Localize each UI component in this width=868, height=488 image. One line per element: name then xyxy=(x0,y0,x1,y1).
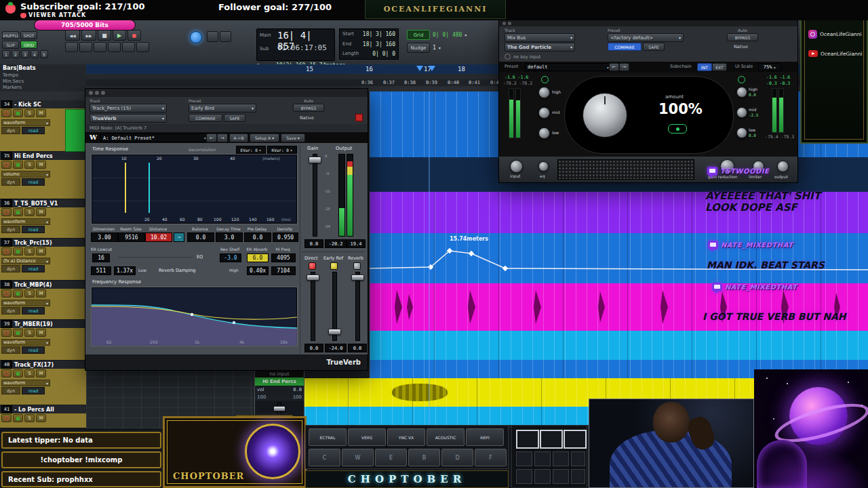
track-view-selector[interactable]: waveform▾ xyxy=(1,300,50,306)
dyn-button[interactable]: dyn xyxy=(1,387,20,394)
stop-button[interactable]: ■ xyxy=(98,30,111,41)
selection-readout[interactable]: Start 18| 3| 160 End 18| 3| 160 Length 0… xyxy=(339,28,399,60)
er-lowcut-value[interactable]: 16 xyxy=(92,253,110,262)
record-arm-button[interactable] xyxy=(1,109,12,117)
eq-knob[interactable] xyxy=(538,161,549,171)
play-button[interactable]: ▶ xyxy=(113,30,126,41)
mute-button[interactable]: M xyxy=(36,208,46,216)
sampler-pad-button[interactable]: REPI xyxy=(466,428,504,446)
trueverb-window[interactable]: Track Track_Percs (15)▾ TrueVerb▾ Preset… xyxy=(85,88,368,371)
mixer-vol-value[interactable]: 0.0 xyxy=(293,387,302,392)
drum-pad[interactable] xyxy=(540,430,563,449)
balance-value[interactable]: 0.0 xyxy=(187,232,214,242)
pencil-tool-button[interactable] xyxy=(136,42,149,52)
sampler-pad-button[interactable]: VERS xyxy=(348,428,386,446)
close-icon[interactable] xyxy=(502,22,506,25)
record-arm-button[interactable] xyxy=(1,369,12,378)
mode-slip-button[interactable]: SLIP xyxy=(2,41,19,49)
clip-blue-automation[interactable]: 15.74meters xyxy=(370,233,868,283)
drum-pad[interactable] xyxy=(564,430,587,449)
track-view-selector[interactable]: volume▾ xyxy=(1,171,50,178)
pre-delay-value[interactable]: 0.0 xyxy=(244,232,271,242)
minimize-icon[interactable] xyxy=(95,91,99,95)
mode-spot-button[interactable]: SPOT xyxy=(20,31,37,39)
room-size-value[interactable]: 9516 xyxy=(118,232,145,242)
mute-button[interactable]: M xyxy=(36,161,46,169)
trim-tool-button[interactable] xyxy=(79,42,92,52)
direct-mute-led[interactable] xyxy=(309,262,316,270)
sampler-key-pad[interactable]: D xyxy=(441,449,473,466)
drum-pad[interactable] xyxy=(553,469,569,484)
drum-pad[interactable] xyxy=(534,469,551,484)
direct-value[interactable]: 0.0 xyxy=(304,344,323,352)
track-row[interactable]: 35Hi End Percs SM volume▾ dynread xyxy=(0,152,86,199)
mute-button[interactable]: M xyxy=(36,329,46,337)
link-buttons[interactable] xyxy=(207,31,231,42)
low-knob[interactable] xyxy=(538,127,550,139)
prev-preset-button[interactable]: ← xyxy=(206,134,217,142)
low-out-knob[interactable] xyxy=(736,127,747,138)
sampler-key-pad[interactable]: W xyxy=(342,449,374,466)
high-ratio-value[interactable]: 0.40x xyxy=(247,266,269,275)
input-monitor-button[interactable] xyxy=(13,289,23,298)
high-freq-value[interactable]: 7104 xyxy=(271,266,296,275)
window-titlebar[interactable] xyxy=(499,20,797,26)
zoom-preset-1-button[interactable]: 1 xyxy=(2,50,10,58)
preset-selector[interactable]: <factory default>▾ xyxy=(608,33,684,42)
track-row[interactable]: 40Track_FX(17) SM waveform▾ dynread xyxy=(0,361,86,405)
automation-mode-button[interactable]: read xyxy=(22,178,45,186)
grabber-tool-button[interactable] xyxy=(108,42,121,52)
distance-value[interactable]: 10.02 xyxy=(145,232,172,242)
next-preset-button[interactable]: → xyxy=(217,134,228,142)
gain-slider-cap[interactable] xyxy=(309,157,321,163)
drum-pad[interactable] xyxy=(571,469,585,484)
mute-button[interactable]: M xyxy=(36,414,46,422)
high-out-knob[interactable] xyxy=(736,87,747,98)
record-arm-button[interactable] xyxy=(1,247,12,256)
sampler-key-pad[interactable]: F xyxy=(475,449,507,466)
selector-tool-button[interactable] xyxy=(94,42,106,52)
mute-button[interactable]: M xyxy=(36,109,46,117)
compare-button[interactable]: COMPARE xyxy=(608,43,642,51)
rev-shelf-value[interactable]: -3.0 xyxy=(220,253,241,262)
mute-button[interactable]: M xyxy=(36,369,46,378)
target-button[interactable] xyxy=(355,114,363,121)
insert-selector[interactable]: The God Particle▾ xyxy=(505,43,575,52)
key-input-row[interactable]: no key input xyxy=(505,54,540,60)
input-knob[interactable] xyxy=(510,160,523,173)
mixer-pan-right[interactable]: 100 xyxy=(293,394,302,400)
track-view-selector[interactable]: waveform▾ xyxy=(1,218,50,225)
gain-slider[interactable] xyxy=(313,154,317,237)
mid-out-knob[interactable] xyxy=(736,107,747,118)
input-monitor-button[interactable] xyxy=(13,208,23,216)
decay-time-value[interactable]: 3.0 xyxy=(216,232,243,242)
automation-mode-button[interactable]: read xyxy=(22,265,45,272)
nudge-button[interactable]: Nudge xyxy=(407,43,430,53)
track-row[interactable]: 34- Kick SC SM waveform▾ dynread xyxy=(0,100,86,152)
grid-dropdown-icon[interactable]: ▾ xyxy=(465,33,467,37)
sampler-key-pad[interactable]: E xyxy=(375,449,407,466)
mode-shuffle-button[interactable]: SHUFFLE xyxy=(2,31,19,39)
forward-button[interactable]: ▶▶ xyxy=(81,30,96,41)
close-icon[interactable] xyxy=(89,91,93,95)
dyn-button[interactable]: dyn xyxy=(1,178,20,186)
track-row[interactable]: 36T_TS_BOT5_V1 SM waveform▾ dynread xyxy=(0,199,86,239)
track-selector[interactable]: Track_Percs (15)▾ xyxy=(90,104,167,113)
solo-button[interactable]: S xyxy=(24,414,35,422)
automation-line[interactable] xyxy=(370,233,868,283)
preset-field[interactable]: A: Default Preset*▾ xyxy=(100,134,209,142)
drum-pad[interactable] xyxy=(516,451,532,466)
ruler-lane-markers[interactable]: Markers xyxy=(3,85,22,90)
solo-button[interactable]: S xyxy=(24,329,35,337)
scrubber-tool-button[interactable] xyxy=(122,42,135,52)
mixer-pan-left[interactable]: 100 xyxy=(257,394,266,400)
dyn-button[interactable]: dyn xyxy=(1,226,20,233)
sidechain-int-button[interactable]: INT xyxy=(697,63,712,71)
record-arm-button[interactable] xyxy=(1,329,12,337)
evar-control[interactable]: EVar: 0▾ xyxy=(236,146,266,154)
input-monitor-button[interactable] xyxy=(13,369,23,378)
frequency-response-graph[interactable]: 62 250 1k 4k 16k xyxy=(91,287,298,346)
sampler-pad-button[interactable]: ACOUSTIC xyxy=(427,428,465,446)
reverb-time-marker[interactable] xyxy=(149,163,150,213)
preset-selector[interactable]: Early Bird▾ xyxy=(189,104,256,113)
